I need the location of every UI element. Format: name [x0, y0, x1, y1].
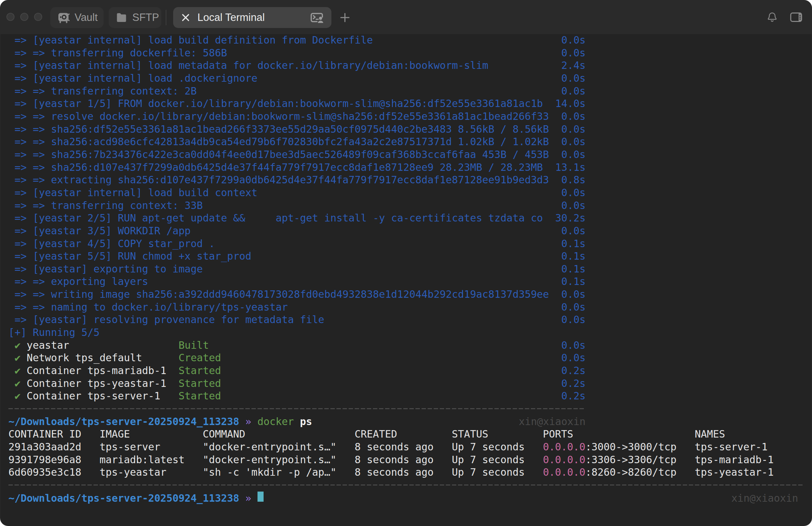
text-segment: => => exporting layers	[9, 275, 148, 288]
terminal-line: => [yeastar internal] load build definit…	[9, 34, 585, 46]
step-duration: 30.2s	[555, 212, 585, 225]
text-segment: docker	[258, 415, 294, 428]
tab-vault[interactable]: Vault	[50, 7, 104, 28]
step-duration: 0.2s	[561, 377, 585, 390]
text-segment: »	[245, 492, 251, 505]
text-segment: => => writing image sha256:a392ddd946047…	[9, 288, 549, 301]
text-segment: 0.0.0.0	[543, 466, 585, 479]
terminal-line: => [yeastar] resolving provenance for me…	[9, 313, 585, 326]
step-duration: 0.0s	[561, 148, 585, 161]
compose-status-line: ✔ Container tps-mariadb-1 Started0.2s	[9, 364, 585, 377]
table-header-row: CONTAINER ID IMAGE COMMAND CREATED STATU…	[9, 428, 804, 441]
text-segment: Created	[178, 352, 221, 364]
text-segment: => [yeastar internal] load .dockerignore	[9, 72, 258, 85]
text-segment	[251, 492, 258, 505]
close-tab-icon[interactable]	[180, 13, 191, 23]
tab-vault-label: Vault	[75, 12, 98, 24]
text-segment: Network tps_default	[27, 352, 178, 364]
text-segment: :8260->8260/tcp tps-yeastar-1	[585, 466, 774, 479]
tab-sftp[interactable]: SFTP	[109, 7, 161, 28]
prompt-command-line: ~/Downloads/tps-server-20250924_113238 »…	[9, 415, 585, 428]
table-row: 9391798e96a8 mariadb:latest "docker-entr…	[9, 453, 804, 466]
terminal-line: => [yeastar 1/5] FROM docker.io/library/…	[9, 97, 585, 110]
text-segment: CONTAINER ID IMAGE COMMAND CREATED STATU…	[9, 428, 725, 441]
text-segment: ✔	[9, 364, 27, 377]
text-segment: => => resolve docker.io/library/debian:b…	[9, 110, 549, 123]
terminal-line: => [yeastar internal] load build context…	[9, 186, 585, 199]
tab-local-terminal-label: Local Terminal	[198, 12, 310, 24]
text-segment: => => sha256:df52e55e3361a81ac1bead266f3…	[9, 123, 549, 136]
step-duration: 0.0s	[561, 301, 585, 314]
text-segment: Started	[178, 364, 221, 377]
text-segment: 9391798e96a8 mariadb:latest "docker-entr…	[9, 453, 543, 466]
terminal-line: => [yeastar 2/5] RUN apt-get update && a…	[9, 212, 585, 225]
tab-local-terminal[interactable]: Local Terminal	[173, 7, 331, 28]
terminal-line: => => sha256:d107e437f7299a0db6425d4e37f…	[9, 161, 585, 174]
window-controls	[6, 13, 42, 21]
minimize-window-button[interactable]	[20, 13, 28, 21]
new-tab-button[interactable]	[338, 11, 351, 24]
text-segment: => => sha256:7b234376c422e3ca0dd04f4ee0d…	[9, 148, 549, 161]
prompt-separator	[9, 479, 804, 492]
step-duration: 0.0s	[561, 186, 585, 199]
text-segment: => => sha256:d107e437f7299a0db6425d4e37f…	[9, 161, 543, 174]
text-segment: [+] Running 5/5	[9, 326, 100, 339]
terminal-line: => [yeastar internal] load metadata for …	[9, 59, 585, 72]
step-duration: 0.0s	[561, 46, 585, 59]
text-segment: => [yeastar internal] load metadata for …	[9, 59, 488, 72]
terminal-line: => => naming to docker.io/library/tps-ye…	[9, 301, 585, 314]
terminal-line: => [yeastar] exporting to image0.1s	[9, 263, 585, 275]
terminal-screen[interactable]: => [yeastar internal] load build definit…	[9, 34, 804, 504]
text-segment: Container tps-server-1	[27, 389, 178, 402]
text-segment: => [yeastar 2/5] RUN apt-get update && a…	[9, 212, 543, 225]
text-segment: => [yeastar 5/5] RUN chmod +x star_prod	[9, 250, 251, 263]
titlebar: Vault SFTP Local Terminal	[0, 0, 812, 34]
text-segment: => [yeastar] exporting to image	[9, 263, 203, 275]
text-segment	[239, 492, 245, 505]
notifications-bell-button[interactable]	[767, 12, 778, 23]
step-duration: 0.0s	[561, 136, 585, 148]
terminal-line: => => writing image sha256:a392ddd946047…	[9, 288, 585, 301]
step-duration: 0.0s	[561, 352, 585, 364]
terminal-line: => => transferring context: 2B0.0s	[9, 85, 585, 98]
table-row: 291a303aad2d tps-server "docker-entrypoi…	[9, 441, 804, 453]
plus-icon	[339, 12, 351, 23]
terminal-line: => [yeastar 4/5] COPY star_prod .0.1s	[9, 237, 585, 250]
text-segment: ✔	[9, 377, 27, 390]
terminal-line: => => resolve docker.io/library/debian:b…	[9, 110, 585, 123]
zoom-window-button[interactable]	[34, 13, 42, 21]
text-segment: => [yeastar internal] load build definit…	[9, 34, 373, 46]
step-duration: 0.0s	[561, 339, 585, 352]
text-segment: ~/Downloads/tps-server-20250924_113238	[9, 492, 239, 505]
text-segment: Built	[178, 339, 209, 352]
text-segment: ps	[300, 415, 312, 428]
right-prompt-user-host: xin@xiaoxin	[731, 492, 804, 505]
text-segment: => => sha256:acd98e6cfc42813a4db9ca54ed7…	[9, 136, 549, 148]
text-segment: »	[245, 415, 251, 428]
terminal-cursor	[258, 492, 264, 502]
sidebar-toggle-button[interactable]	[790, 12, 802, 23]
step-duration: 0.8s	[561, 173, 585, 186]
text-segment: => [yeastar] resolving provenance for me…	[9, 313, 324, 326]
tab-sftp-label: SFTP	[132, 12, 159, 24]
step-duration: 0.2s	[561, 389, 585, 402]
step-duration: 0.0s	[561, 123, 585, 136]
text-segment: => [yeastar 1/5] FROM docker.io/library/…	[9, 97, 543, 110]
terminal-line: => => exporting layers0.1s	[9, 275, 585, 288]
sidebar-panel-icon	[790, 12, 802, 23]
terminal-line: [+] Running 5/5	[9, 326, 585, 339]
text-segment: => => naming to docker.io/library/tps-ye…	[9, 301, 288, 314]
step-duration: 0.0s	[561, 85, 585, 98]
text-segment: ✔	[9, 339, 27, 352]
folder-icon	[115, 12, 128, 24]
text-segment: Started	[178, 389, 221, 402]
step-duration: 0.0s	[561, 313, 585, 326]
tab-divider	[166, 10, 166, 25]
text-segment: ✔	[9, 389, 27, 402]
close-window-button[interactable]	[6, 13, 15, 21]
terminal-user-icon	[310, 12, 324, 24]
text-segment: 6d60935e3c18 tps-yeastar "sh -c 'mkdir -…	[9, 466, 543, 479]
text-segment: => [yeastar 4/5] COPY star_prod .	[9, 237, 215, 250]
terminal-line: => [yeastar 5/5] RUN chmod +x star_prod0…	[9, 250, 585, 263]
terminal-line: => => transferring context: 33B0.0s	[9, 199, 585, 212]
